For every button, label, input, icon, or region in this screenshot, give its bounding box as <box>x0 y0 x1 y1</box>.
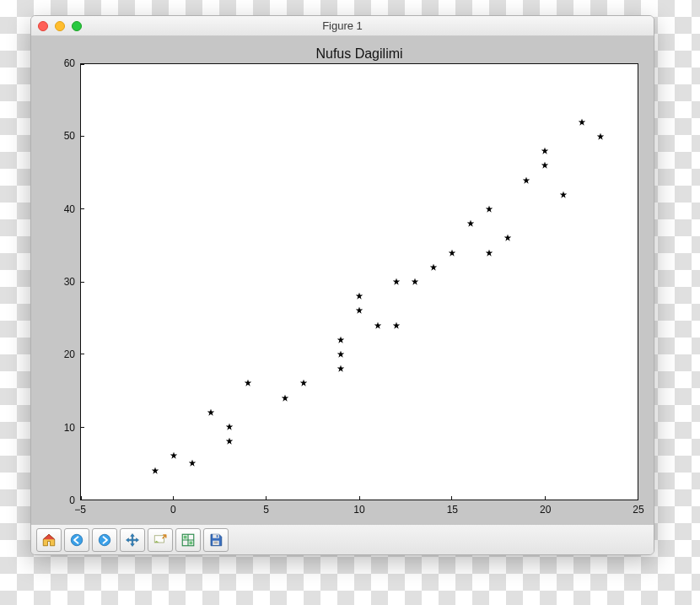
x-tick-label: 15 <box>447 504 458 516</box>
subplots-icon <box>180 532 196 548</box>
scatter-marker <box>449 249 456 257</box>
scatter-marker <box>337 351 345 359</box>
zoom-icon <box>153 532 168 548</box>
svg-rect-7 <box>190 541 193 544</box>
scatter-marker <box>430 263 438 271</box>
svg-rect-9 <box>217 535 218 537</box>
scatter-marker <box>226 438 234 446</box>
x-tick-label: 25 <box>633 504 643 516</box>
scatter-marker <box>282 394 289 402</box>
save-button[interactable] <box>203 528 229 552</box>
figure-window: Figure 1 Nufus Dagilimi 0102030405060 −5… <box>30 15 654 555</box>
pan-icon <box>125 532 140 548</box>
scatter-marker <box>560 191 568 198</box>
scatter-marker <box>412 278 419 286</box>
y-tick-label: 10 <box>64 422 75 434</box>
y-tick-label: 40 <box>64 203 75 215</box>
svg-point-1 <box>99 534 110 546</box>
scatter-marker <box>504 235 512 242</box>
scatter-marker <box>300 380 308 387</box>
x-tick-label: 10 <box>353 504 364 516</box>
traffic-lights <box>38 21 82 31</box>
plot-wrap: 0102030405060 −50510152025 <box>46 63 638 519</box>
x-tick-label: −5 <box>74 504 86 516</box>
svg-point-0 <box>71 534 83 546</box>
forward-icon <box>97 532 112 548</box>
scatter-marker <box>523 176 530 184</box>
scatter-marker <box>374 321 382 329</box>
scatter-marker <box>226 424 234 431</box>
scatter-marker <box>337 365 345 373</box>
y-tick-mark <box>80 208 84 209</box>
y-tick-label: 50 <box>64 130 75 142</box>
x-tick-label: 0 <box>170 504 176 516</box>
toolbar <box>31 524 654 554</box>
plot-row: 0102030405060 <box>46 63 638 500</box>
scatter-marker <box>393 321 401 329</box>
y-tick-label: 20 <box>64 348 75 360</box>
y-tick-mark <box>80 136 84 137</box>
scatter-marker <box>486 206 493 213</box>
scatter-marker <box>393 278 401 286</box>
subplots-button[interactable] <box>175 528 201 552</box>
close-icon[interactable] <box>38 21 48 31</box>
scatter-marker <box>337 336 345 343</box>
scatter-marker <box>170 452 178 460</box>
titlebar: Figure 1 <box>31 16 654 36</box>
scatter-marker <box>356 293 363 300</box>
x-tick-label: 20 <box>540 504 551 516</box>
chart-title: Nufus Dagilimi <box>80 46 638 62</box>
y-tick-label: 60 <box>64 57 75 69</box>
plot-area[interactable] <box>80 63 638 500</box>
scatter-marker <box>189 460 197 467</box>
maximize-icon[interactable] <box>72 21 82 31</box>
back-icon <box>69 532 84 548</box>
home-icon <box>41 532 57 548</box>
save-icon <box>208 532 223 548</box>
scatter-marker <box>579 118 586 126</box>
scatter-marker <box>541 162 549 170</box>
scatter-marker <box>597 133 605 141</box>
scatter-marker <box>486 249 493 257</box>
y-tick-mark <box>80 282 84 283</box>
scatter-marker <box>152 467 159 474</box>
svg-rect-8 <box>213 534 219 538</box>
scatter-marker <box>541 148 549 155</box>
y-tick-mark <box>80 427 84 428</box>
window-title: Figure 1 <box>31 19 654 32</box>
minimize-icon[interactable] <box>55 21 65 31</box>
pan-button[interactable] <box>120 528 145 552</box>
scatter-marker <box>467 220 475 228</box>
y-tick-mark <box>80 64 84 65</box>
scatter-marker <box>356 307 363 315</box>
forward-button[interactable] <box>92 528 117 552</box>
scatter-marker <box>207 408 215 416</box>
y-axis: 0102030405060 <box>46 63 80 500</box>
x-axis: −50510152025 <box>80 500 638 519</box>
scatter-marker <box>245 380 252 387</box>
back-button[interactable] <box>64 528 89 552</box>
figure-content: Nufus Dagilimi 0102030405060 −5051015202… <box>31 36 654 524</box>
zoom-button[interactable] <box>148 528 173 552</box>
svg-rect-6 <box>184 535 187 538</box>
y-tick-mark <box>80 354 84 354</box>
home-button[interactable] <box>36 528 62 552</box>
y-tick-label: 30 <box>64 276 75 288</box>
x-tick-label: 5 <box>263 504 269 516</box>
